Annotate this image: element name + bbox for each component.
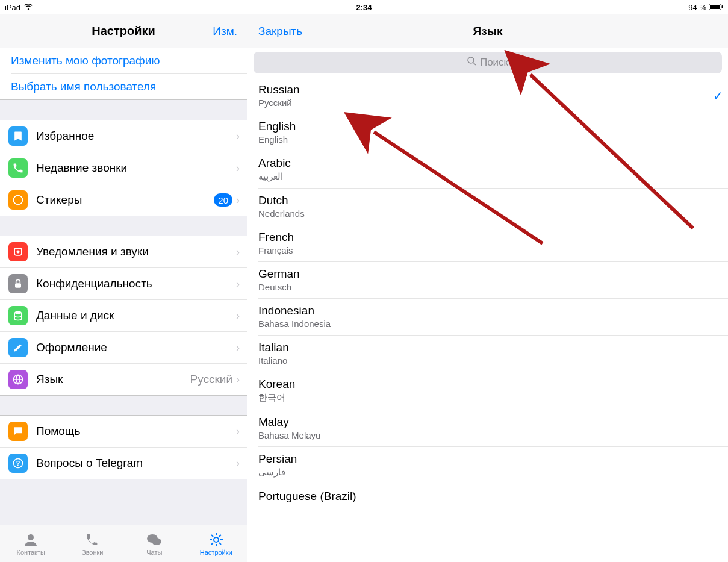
stickers-badge: 20 [214, 193, 232, 207]
language-name: Italian [258, 341, 717, 354]
language-native: Bahasa Indonesia [258, 319, 717, 329]
faq-label: Вопросы о Telegram [36, 457, 236, 470]
language-name: Persian [258, 452, 717, 466]
svg-line-21 [219, 535, 221, 537]
edit-button[interactable]: Изм. [213, 25, 237, 38]
data-icon [8, 306, 28, 325]
settings-header: Настройки Изм. [0, 14, 247, 48]
language-row[interactable]: Arabicالعربية [247, 151, 728, 188]
favorites-label: Избранное [36, 130, 236, 143]
language-name: Korean [258, 378, 717, 391]
language-row[interactable]: GermanDeutsch [247, 261, 728, 298]
appearance-label: Оформление [36, 341, 236, 354]
svg-line-22 [211, 543, 213, 545]
privacy-row[interactable]: Конфиденциальность › [0, 267, 247, 299]
wifi-icon [24, 3, 33, 12]
language-name: French [258, 231, 717, 244]
chevron-icon: › [236, 425, 240, 438]
language-row[interactable]: Язык Русский › [0, 363, 247, 395]
language-row[interactable]: Korean한국어 [247, 372, 728, 410]
close-button[interactable]: Закрыть [258, 25, 302, 38]
language-native: English [258, 134, 717, 145]
language-name: Arabic [258, 157, 717, 170]
svg-rect-1 [710, 5, 720, 9]
chevron-icon: › [236, 246, 240, 258]
chevron-icon: › [236, 310, 240, 322]
language-name: Malay [258, 416, 717, 429]
search-icon [467, 57, 476, 69]
svg-rect-2 [722, 5, 723, 8]
battery-icon [709, 3, 723, 12]
profile-links: Изменить мою фотографию Выбрать имя поль… [0, 48, 247, 100]
appearance-row[interactable]: Оформление › [0, 331, 247, 363]
phone-icon [8, 158, 28, 178]
help-row[interactable]: Помощь › [0, 416, 247, 447]
svg-line-19 [211, 535, 213, 537]
stickers-row[interactable]: Стикеры 20 › [0, 184, 247, 216]
chevron-icon: › [236, 342, 240, 354]
language-row[interactable]: EnglishEnglish [247, 114, 728, 151]
language-title: Язык [473, 25, 503, 38]
language-name: Portuguese (Brazil) [258, 490, 717, 503]
choose-username-link[interactable]: Выбрать имя пользователя [0, 74, 247, 99]
privacy-label: Конфиденциальность [36, 277, 236, 290]
stickers-label: Стикеры [36, 193, 214, 207]
battery-label: 94 % [688, 3, 706, 12]
language-native: فارسى [258, 467, 717, 478]
tab-calls-label: Звонки [82, 549, 104, 556]
notifications-row[interactable]: Уведомления и звуки › [0, 236, 247, 267]
check-icon: ✓ [713, 89, 723, 103]
language-row[interactable]: Portuguese (Brazil) [247, 484, 728, 509]
chevron-icon: › [236, 457, 240, 470]
data-row[interactable]: Данные и диск › [0, 299, 247, 331]
language-row[interactable]: FrenchFrançais [247, 225, 728, 261]
tab-chats-label: Чаты [146, 549, 162, 556]
language-row[interactable]: MalayBahasa Melayu [247, 410, 728, 446]
sticker-icon [8, 190, 28, 210]
tab-contacts[interactable]: Контакты [0, 525, 62, 562]
svg-point-14 [214, 537, 219, 542]
language-native: Bahasa Melayu [258, 430, 717, 440]
svg-point-13 [152, 538, 161, 545]
tab-settings-label: Настройки [200, 549, 232, 556]
svg-point-7 [14, 311, 22, 314]
settings-pane: Настройки Изм. Изменить мою фотографию В… [0, 14, 247, 562]
language-row[interactable]: ItalianItaliano [247, 335, 728, 372]
brush-icon [8, 338, 28, 357]
chevron-icon: › [236, 130, 240, 143]
change-photo-link[interactable]: Изменить мою фотографию [0, 48, 247, 73]
tab-chats[interactable]: Чаты [123, 525, 185, 562]
language-name: Russian [258, 83, 717, 96]
chevron-icon: › [236, 278, 240, 290]
data-label: Данные и диск [36, 309, 236, 322]
language-row[interactable]: RussianРусский✓ [247, 77, 728, 114]
language-native: Italiano [258, 355, 717, 366]
device-label: iPad [5, 3, 20, 12]
svg-line-20 [219, 543, 221, 545]
svg-point-11 [28, 534, 34, 540]
language-list[interactable]: RussianРусский✓EnglishEnglishArabicالعرب… [247, 77, 728, 562]
language-name: English [258, 120, 717, 133]
language-row[interactable]: Persianفارسى [247, 446, 728, 484]
language-native: Français [258, 245, 717, 255]
status-bar: iPad 2:34 94 % [0, 0, 728, 14]
language-pane: Закрыть Язык Поиск RussianРусский✓Englis… [247, 14, 728, 562]
svg-point-5 [17, 251, 20, 254]
notifications-label: Уведомления и звуки [36, 245, 236, 258]
search-placeholder: Поиск [480, 57, 508, 69]
bookmark-icon [8, 126, 28, 146]
tab-bar: Контакты Звонки Чаты Настройки [0, 525, 247, 562]
language-name: Indonesian [258, 304, 717, 317]
language-row[interactable]: IndonesianBahasa Indonesia [247, 298, 728, 335]
favorites-row[interactable]: Избранное › [0, 120, 247, 152]
globe-icon [8, 370, 28, 389]
svg-point-23 [468, 57, 474, 63]
tab-calls[interactable]: Звонки [62, 525, 124, 562]
faq-row[interactable]: ? Вопросы о Telegram › [0, 447, 247, 479]
language-native: العربية [258, 171, 717, 182]
recent-calls-row[interactable]: Недавние звонки › [0, 152, 247, 184]
tab-settings[interactable]: Настройки [185, 525, 247, 562]
search-input[interactable]: Поиск [254, 52, 722, 73]
language-row[interactable]: DutchNederlands [247, 188, 728, 225]
language-header: Закрыть Язык [247, 14, 728, 48]
